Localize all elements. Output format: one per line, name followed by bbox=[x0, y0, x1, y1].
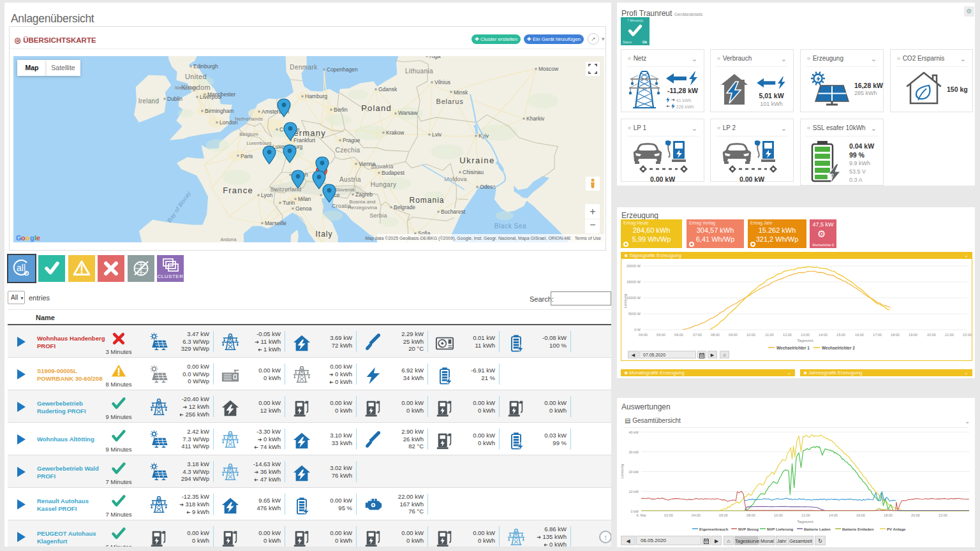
svg-text:Map data ©2025 GeoBasis-DE/BKG: Map data ©2025 GeoBasis-DE/BKG (©2009), … bbox=[365, 236, 601, 241]
svg-text:Italy: Italy bbox=[315, 230, 332, 239]
svg-text:Czechia: Czechia bbox=[336, 147, 360, 154]
svg-text:10:00: 10:00 bbox=[746, 333, 755, 337]
svg-text:14:00: 14:00 bbox=[819, 333, 828, 337]
svg-text:16:00: 16:00 bbox=[856, 513, 865, 517]
svg-text:Serbia: Serbia bbox=[369, 212, 387, 219]
svg-text:CLUSTER: CLUSTER bbox=[158, 274, 184, 279]
svg-text:13:00: 13:00 bbox=[801, 333, 810, 337]
svg-text:Minsk: Minsk bbox=[454, 89, 468, 96]
svg-text:Hungary: Hungary bbox=[371, 181, 397, 188]
svg-text:NVP Bezug: NVP Bezug bbox=[738, 527, 759, 531]
svg-text:Turin: Turin bbox=[283, 200, 295, 206]
svg-text:Belgrade: Belgrade bbox=[394, 204, 415, 210]
svg-text:Lithuania: Lithuania bbox=[405, 68, 433, 75]
svg-text:22:00: 22:00 bbox=[963, 333, 972, 337]
svg-text:Lyon: Lyon bbox=[261, 192, 272, 198]
svg-text:05:00: 05:00 bbox=[657, 333, 665, 337]
svg-text:−: − bbox=[590, 219, 595, 230]
svg-text:PV Anlage: PV Anlage bbox=[887, 527, 906, 531]
svg-text:Batterie Entladen: Batterie Entladen bbox=[842, 527, 874, 531]
svg-text:Austria: Austria bbox=[339, 176, 361, 183]
svg-text:0 kW: 0 kW bbox=[630, 510, 639, 513]
svg-text:Frankfurt: Frankfurt bbox=[293, 137, 316, 143]
svg-text:10:00: 10:00 bbox=[774, 513, 783, 517]
svg-text:02:00: 02:00 bbox=[664, 513, 673, 517]
svg-text:Denmark: Denmark bbox=[290, 64, 318, 71]
svg-text:20:00: 20:00 bbox=[911, 513, 920, 517]
svg-text:Gdansk: Gdansk bbox=[378, 86, 397, 92]
svg-text:40 kW: 40 kW bbox=[628, 430, 639, 434]
svg-text:+: + bbox=[590, 206, 595, 217]
svg-text:15000 W: 15000 W bbox=[627, 280, 641, 284]
svg-text:Ukraine: Ukraine bbox=[459, 156, 494, 165]
svg-text:04:00: 04:00 bbox=[692, 513, 701, 517]
svg-text:Switzerland: Switzerland bbox=[271, 186, 302, 193]
svg-text:17:00: 17:00 bbox=[873, 333, 882, 337]
svg-text:all: all bbox=[17, 263, 26, 273]
svg-text:Prague: Prague bbox=[343, 137, 360, 143]
svg-text:Herzegovina: Herzegovina bbox=[348, 205, 377, 210]
svg-text:5000 W: 5000 W bbox=[628, 312, 641, 316]
svg-text:o: o bbox=[21, 234, 26, 242]
svg-text:Netherlands: Netherlands bbox=[235, 116, 263, 122]
svg-text:Romania: Romania bbox=[409, 196, 444, 205]
svg-text:Vilnius: Vilnius bbox=[434, 79, 450, 85]
svg-text:United: United bbox=[185, 73, 207, 80]
svg-text:16:00: 16:00 bbox=[855, 333, 864, 337]
svg-text:10 kW: 10 kW bbox=[628, 490, 639, 494]
svg-text:Hamburg: Hamburg bbox=[305, 93, 327, 99]
svg-text:Eigenverbrauch: Eigenverbrauch bbox=[699, 527, 729, 531]
svg-text:6. Mai: 6. Mai bbox=[637, 513, 646, 517]
svg-text:Bucharest: Bucharest bbox=[441, 209, 466, 215]
svg-text:08:00: 08:00 bbox=[746, 513, 755, 517]
svg-text:06:00: 06:00 bbox=[674, 333, 683, 337]
svg-text:20000 W: 20000 W bbox=[627, 264, 641, 268]
svg-text:06:00: 06:00 bbox=[719, 513, 728, 517]
svg-text:15:00: 15:00 bbox=[836, 333, 845, 337]
svg-text:Copenhagen: Copenhagen bbox=[327, 66, 358, 73]
svg-text:Odesa: Odesa bbox=[480, 184, 496, 190]
svg-text:22:00: 22:00 bbox=[939, 513, 947, 517]
svg-text:Krakow: Krakow bbox=[386, 129, 405, 136]
svg-text:France: France bbox=[223, 186, 253, 195]
svg-text:09:00: 09:00 bbox=[729, 333, 738, 337]
svg-text:Leistung: Leistung bbox=[623, 294, 627, 309]
svg-text:Ireland: Ireland bbox=[138, 98, 160, 105]
svg-text:Marseille: Marseille bbox=[265, 220, 286, 226]
svg-text:21:00: 21:00 bbox=[945, 333, 954, 337]
svg-text:Wechselrichter 1: Wechselrichter 1 bbox=[776, 346, 810, 350]
svg-text:Budapest: Budapest bbox=[382, 170, 405, 176]
svg-text:Tageszeit: Tageszeit bbox=[797, 520, 813, 524]
svg-text:10000 W: 10000 W bbox=[627, 296, 641, 300]
svg-text:NVP Lieferung: NVP Lieferung bbox=[767, 527, 794, 531]
svg-text:Riga: Riga bbox=[429, 56, 441, 59]
svg-text:o: o bbox=[26, 234, 30, 242]
svg-text:Bosnia and: Bosnia and bbox=[349, 199, 375, 205]
svg-text:Warsaw: Warsaw bbox=[398, 110, 418, 116]
svg-text:30 kW: 30 kW bbox=[628, 450, 639, 454]
svg-text:Map: Map bbox=[26, 64, 39, 71]
svg-text:Liverpool: Liverpool bbox=[200, 94, 222, 100]
svg-text:London: London bbox=[219, 119, 238, 126]
svg-text:12:00: 12:00 bbox=[783, 333, 792, 337]
svg-text:Satellite: Satellite bbox=[51, 64, 75, 71]
svg-text:Dublin: Dublin bbox=[167, 96, 182, 102]
svg-text:20:00: 20:00 bbox=[927, 333, 936, 337]
svg-text:07:00: 07:00 bbox=[693, 333, 702, 337]
svg-text:18:00: 18:00 bbox=[884, 513, 893, 517]
svg-text:Black Sea: Black Sea bbox=[494, 223, 526, 230]
svg-text:Paris: Paris bbox=[241, 153, 253, 159]
svg-text:04:00: 04:00 bbox=[639, 333, 648, 337]
svg-text:Moscow: Moscow bbox=[538, 66, 559, 72]
svg-text:Andorra: Andorra bbox=[221, 237, 237, 242]
svg-text:11:00: 11:00 bbox=[765, 333, 773, 337]
svg-text:19:00: 19:00 bbox=[909, 333, 917, 337]
svg-text:g: g bbox=[30, 234, 34, 242]
svg-text:Batterie Laden: Batterie Laden bbox=[804, 527, 831, 531]
svg-text:Edinburgh: Edinburgh bbox=[193, 63, 218, 70]
svg-text:Milan: Milan bbox=[298, 196, 311, 202]
svg-text:e: e bbox=[36, 234, 40, 242]
svg-text:Wechselrichter 2: Wechselrichter 2 bbox=[822, 346, 855, 350]
svg-text:Berlin: Berlin bbox=[334, 107, 348, 113]
svg-text:14:00: 14:00 bbox=[829, 513, 838, 517]
